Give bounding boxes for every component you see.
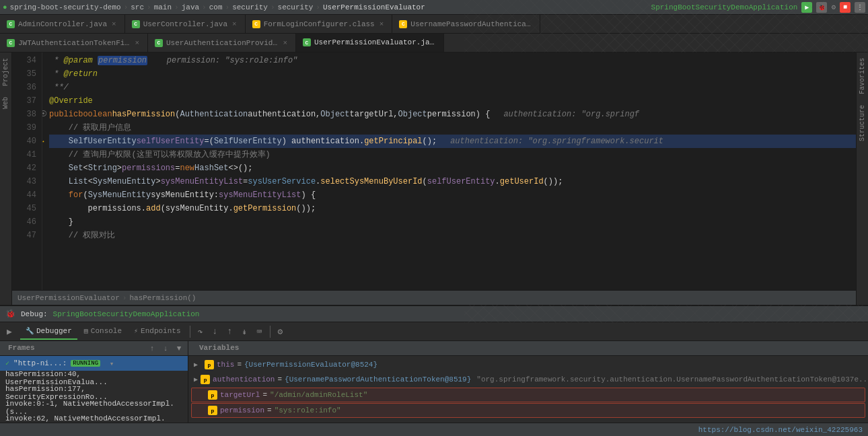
run-to-cursor-button[interactable]: ↡ [238, 325, 252, 338]
nav-src: src [131, 3, 144, 11]
frame-item-1[interactable]: hasPermission:40, UserPermissionEvalua..… [0, 371, 188, 386]
var-value: "sys:role:info" [275, 406, 341, 414]
project-panel-label[interactable]: Project [1, 52, 10, 92]
code-line-40: ● → SelfUserEntity selfUserEntity =(Self… [49, 135, 868, 148]
code-editor[interactable]: 34 35 36 37 38 39 40 41 42 43 44 45 46 4… [12, 52, 868, 305]
code-content: 34 35 36 37 38 39 40 41 42 43 44 45 46 4… [12, 52, 868, 305]
frames-filter-button[interactable]: ▼ [173, 342, 185, 355]
frame-item-4[interactable]: invoke:62, NativeMethodAccessorImpl. (s.… [0, 415, 188, 423]
tab-close-button[interactable]: × [281, 39, 289, 47]
frame-label: "http-ni...: [13, 359, 67, 367]
var-this[interactable]: ▶ p this = {UserPermissionEvaluator@8524… [188, 357, 868, 372]
var-equals: = [267, 406, 272, 414]
debug-panel: 🐞 Debug: SpringBootSecurityDemoApplicati… [0, 305, 868, 423]
frames-down-button[interactable]: ↓ [159, 342, 172, 355]
tab-user-controller[interactable]: C UserController.java × [125, 15, 246, 33]
nav-main: main [154, 3, 172, 11]
class-file-icon: C [399, 20, 407, 28]
blog-url[interactable]: https://blog.csdn.net/weixin_42225963 [698, 426, 863, 434]
nav-file: UserPermissionEvaluator [323, 3, 425, 11]
frame-label: hasPermission:40, UserPermissionEvalua..… [5, 370, 182, 386]
tab-user-auth-provider[interactable]: C UserAuthenticationProvider.java × [148, 34, 296, 52]
tab-jwt-filter[interactable]: C JWTAuthenticationTokenFilter.java × [0, 34, 148, 52]
var-permission[interactable]: p permission = "sys:role:info" [191, 403, 865, 418]
tab-label: AdminController.java [18, 20, 107, 28]
right-side-panel: Favorites Structure [856, 52, 868, 305]
frame-item-3[interactable]: invoke:0:-1, NativeMethodAccessorImpl. (… [0, 400, 188, 415]
var-extra-hint: "org.springframework.security.authentica… [476, 375, 868, 384]
endpoints-tab[interactable]: ⚡ Endpoints [129, 324, 186, 340]
console-tab[interactable]: ▤ Console [79, 324, 127, 340]
more-button[interactable]: ⋮ [855, 2, 865, 13]
gutter-icon-38: ⦿ [42, 108, 47, 121]
debug-content: Frames ↑ ↓ ▼ ✓ "http-ni...: RUNNING ▾ ha… [0, 341, 868, 423]
project-icon: ● [3, 3, 7, 11]
var-equals: = [237, 361, 242, 369]
code-line-37: @Override [49, 94, 868, 108]
step-into-button[interactable]: ↓ [209, 325, 222, 338]
breadcrumb-class[interactable]: UserPermissionEvaluator [17, 294, 120, 302]
step-over-button[interactable]: ↷ [194, 325, 207, 338]
java-file-icon: C [155, 39, 163, 47]
evaluate-button[interactable]: ⌨ [253, 325, 266, 338]
tab-label: FormLoginConfigurer.class [264, 20, 375, 28]
frame-running-badge: RUNNING [71, 360, 100, 367]
tab-close-button[interactable]: × [110, 20, 118, 28]
tab-form-login-configurer[interactable]: C FormLoginConfigurer.class × [246, 15, 393, 33]
frames-up-button[interactable]: ↑ [146, 342, 158, 355]
variables-panel: Variables ▶ p this = {UserPermissionEval… [188, 341, 868, 423]
variables-tree: ▶ p this = {UserPermissionEvaluator@8524… [188, 356, 868, 423]
frames-panel: Frames ↑ ↓ ▼ ✓ "http-ni...: RUNNING ▾ ha… [0, 341, 188, 423]
var-authentication[interactable]: ▶ p authentication = {UsernamePasswordAu… [188, 372, 868, 387]
code-line-34: * @param permission permission: "sys:rol… [49, 54, 868, 67]
tab-close-button[interactable]: × [378, 20, 386, 28]
tab-close-button[interactable]: × [133, 39, 141, 47]
debugger-icon: 🔧 [26, 327, 34, 335]
tab-label: UserPermissionEvaluator.java [314, 38, 437, 46]
nav-com: com [209, 3, 223, 11]
structure-label[interactable]: Structure [858, 100, 867, 147]
java-file-icon: C [132, 20, 140, 28]
nav-security1: security [232, 3, 268, 11]
tab-close-button[interactable]: × [231, 20, 238, 28]
frame-dropdown[interactable]: ▾ [106, 357, 118, 369]
stop-button[interactable]: ■ [840, 2, 851, 13]
favorites-label[interactable]: Favorites [858, 52, 867, 100]
run-button[interactable]: ▶ [801, 2, 812, 13]
console-icon: ▤ [84, 327, 88, 335]
debug-arrow-icon: → [42, 135, 44, 148]
debug-run-button[interactable]: 🐞 [816, 2, 827, 13]
frame-label: invoke:0:-1, NativeMethodAccessorImpl. (… [5, 400, 182, 416]
frame-item-0[interactable]: ✓ "http-ni...: RUNNING ▾ [0, 356, 188, 371]
debug-config-name: SpringBootSecurityDemoApplication [53, 310, 200, 318]
top-nav-bar: ● spring-boot-security-demo › src › main… [0, 0, 868, 15]
tab-label: UserAuthenticationProvider.java [166, 39, 278, 47]
web-panel-label[interactable]: Web [1, 92, 10, 114]
debug-hint-38: authentication: "org.springf [503, 108, 639, 121]
code-line-44: for (SysMenuEntity sysMenuEntity:sysMenu… [49, 188, 868, 202]
resume-button[interactable]: ▶ [3, 325, 16, 338]
var-name: this [217, 361, 234, 369]
settings-button[interactable]: ⚙ [274, 325, 287, 338]
separator2 [270, 326, 270, 338]
step-out-button[interactable]: ↑ [223, 325, 237, 338]
tab-admin-controller[interactable]: C AdminController.java × [0, 15, 125, 33]
code-line-45: permissions.add(sysMenuEntity.getPermiss… [49, 202, 868, 215]
code-line-47: // 权限对比 [49, 229, 868, 242]
tab-label: UsernamePasswordAuthenticationFilter.cla… [410, 20, 533, 28]
nav-project[interactable]: spring-boot-security-demo [10, 3, 121, 11]
var-targeturl[interactable]: p targetUrl = "/admin/adminRoleList" [191, 388, 865, 402]
var-value: "/admin/adminRoleList" [270, 391, 367, 399]
frame-item-2[interactable]: hasPermission:177, SecurityExpressionRo.… [0, 386, 188, 400]
debug-header: 🐞 Debug: SpringBootSecurityDemoApplicati… [0, 306, 868, 322]
tab-username-password-filter[interactable]: C UsernamePasswordAuthenticationFilter.c… [392, 15, 540, 33]
debugger-tab[interactable]: 🔧 Debugger [20, 324, 77, 340]
frames-header: Frames [3, 341, 40, 356]
var-name: permission [220, 406, 264, 414]
breadcrumb-method[interactable]: hasPermission() [129, 294, 196, 302]
tab-user-permission-evaluator[interactable]: C UserPermissionEvaluator.java [296, 34, 444, 52]
left-side-panel: Project Web [0, 52, 12, 305]
expand-icon: ▶ [194, 361, 202, 369]
code-line-39: // 获取用户信息 [49, 121, 868, 135]
nav-java: java [182, 3, 199, 11]
